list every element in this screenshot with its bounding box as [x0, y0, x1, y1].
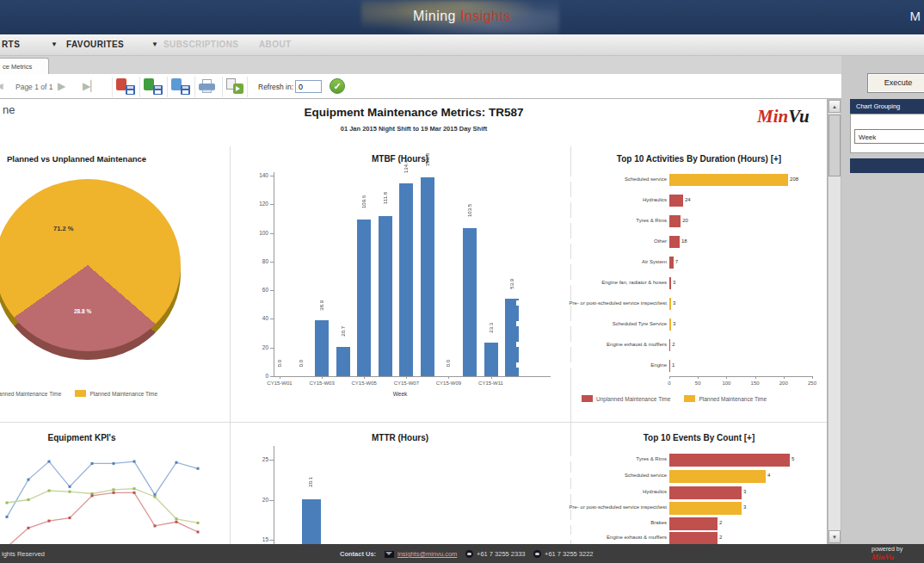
right-panel: Execute Chart Grouping Week — [841, 56, 924, 544]
mttr-y-tick-label: 25 — [248, 456, 268, 462]
kpi-line — [7, 461, 198, 517]
right-panel-section-header-2 — [850, 158, 924, 173]
activities-row-label: Other — [516, 238, 667, 244]
activities-legend: Unplanned Maintenance TimePlanned Mainte… — [582, 395, 780, 402]
export-pdf-button[interactable] — [112, 77, 138, 97]
mtbf-y-tick — [270, 233, 274, 234]
mtbf-x-tick-label: CY15-W01 — [261, 380, 299, 386]
chart-grouping-header: Chart Grouping — [850, 99, 924, 114]
pie-chart-title: Planned vs Unplanned Maintenance — [3, 154, 151, 164]
kpi-marker — [69, 486, 71, 488]
report-scrollbar[interactable]: ▲ ▼ — [828, 99, 841, 544]
mtbf-y-tick — [270, 376, 274, 377]
chevron-down-icon[interactable]: ▼ — [151, 40, 158, 48]
mtbf-y-tick-label: 140 — [248, 172, 268, 178]
menu-item-favourites[interactable]: FAVOURITES — [66, 40, 124, 49]
kpi-marker — [133, 492, 136, 494]
powered-by-brand: MinVu — [872, 553, 894, 561]
grid-divider — [0, 422, 828, 423]
kpi-marker — [28, 527, 30, 529]
mtbf-bar — [336, 347, 350, 376]
activities-x-tick-label: 0 — [662, 380, 677, 386]
export-excel-icon — [144, 78, 163, 95]
export-csv-button[interactable] — [167, 77, 193, 97]
export-excel-button[interactable] — [139, 77, 165, 97]
scroll-up-icon[interactable]: ▲ — [829, 100, 841, 113]
mtbf-x-axis-title: Week — [230, 391, 570, 397]
mtbf-bar — [399, 183, 413, 376]
mtbf-y-tick-label: 40 — [248, 315, 268, 321]
mtbf-bar — [357, 220, 371, 376]
next-page-button[interactable]: ▶ — [58, 80, 65, 92]
mtbf-bar — [484, 343, 498, 376]
activities-row-label: Air System — [516, 259, 667, 264]
events-row-label: Hydraulics — [516, 489, 667, 494]
export-image-icon — [226, 78, 243, 94]
legend-label: Planned Maintenance Time — [89, 391, 157, 397]
export-image-button[interactable] — [222, 77, 248, 97]
mtbf-bar — [463, 228, 477, 376]
activities-bar-value: 3 — [673, 280, 675, 285]
mtbf-bar — [379, 216, 392, 376]
activities-bar — [669, 257, 674, 269]
scrollbar-thumb[interactable] — [829, 114, 841, 176]
last-page-button[interactable]: ▶▏ — [83, 80, 98, 92]
print-button[interactable] — [194, 77, 220, 97]
minvu-logo-min: Min — [757, 106, 788, 127]
phone-icon — [465, 550, 473, 558]
activities-row-label: Engine — [516, 362, 667, 368]
mtbf-y-tick — [270, 262, 274, 263]
app-header: Mining Insights M — [0, 0, 924, 34]
activities-bar-value: 7 — [675, 259, 678, 264]
activities-bar — [669, 360, 670, 372]
contact-email-link[interactable]: insights@minvu.com — [397, 550, 457, 558]
mtbf-bar-value: 103.5 — [466, 204, 473, 217]
kpi-marker — [176, 521, 178, 523]
legend-swatch — [684, 395, 695, 402]
events-row-label: Engine exhaust & mufflers — [516, 535, 667, 540]
pie-slice-label: 71.2 % — [53, 225, 73, 232]
rights-reserved-text: ights Reserved — [2, 550, 45, 558]
mtbf-bar-value: 134.4 — [403, 160, 410, 173]
tab-strip: ce Metrics — [0, 56, 924, 74]
pie-slice-label: 28.8 % — [74, 308, 91, 314]
kpi-chart-title: Equipment KPI's — [0, 433, 163, 442]
events-bar-value: 5 — [792, 456, 794, 461]
events-bar — [669, 486, 742, 499]
kpi-marker — [133, 487, 136, 490]
kpi-marker — [133, 461, 136, 463]
grouping-select[interactable]: Week — [854, 129, 924, 144]
mtbf-x-tick — [364, 376, 365, 379]
execute-button[interactable]: Execute — [867, 73, 924, 93]
mttr-y-tick — [269, 500, 274, 501]
mtbf-bar-value: 53.9 — [508, 279, 515, 289]
mtbf-x-axis — [274, 376, 551, 377]
mtbf-y-tick-label: 0 — [248, 373, 268, 379]
activities-bar-value: 24 — [685, 197, 691, 202]
mtbf-bar-value: 138.8 — [424, 153, 431, 166]
apply-refresh-button[interactable]: ✓ — [330, 78, 345, 94]
events-bar-value: 3 — [743, 489, 746, 494]
mtbf-y-axis — [274, 172, 274, 376]
scroll-down-icon[interactable]: ▼ — [829, 530, 841, 543]
activities-x-tick — [698, 376, 699, 379]
tab-maintenance-metrics[interactable]: ce Metrics — [0, 58, 49, 74]
first-page-button[interactable]: ◄ — [0, 80, 5, 92]
mtbf-bar — [421, 177, 434, 376]
chevron-down-icon[interactable]: ▼ — [51, 40, 58, 48]
legend-swatch — [75, 390, 86, 397]
mtbf-x-tick-label: CY15-W03 — [303, 380, 341, 386]
menu-item-reports[interactable]: RTS — [2, 40, 20, 49]
mtbf-bar — [315, 320, 329, 376]
activities-x-tick-label: 250 — [804, 380, 820, 386]
kpi-marker — [197, 467, 200, 470]
events-bar — [669, 454, 790, 467]
kpi-marker — [28, 479, 30, 481]
activities-bar — [669, 298, 671, 310]
legend-swatch — [582, 395, 593, 402]
events-row-label: Pre- or post-scheduled service inspect/t… — [516, 504, 667, 510]
activities-bar — [669, 236, 680, 248]
refresh-interval-input[interactable] — [295, 80, 322, 93]
kpi-marker — [154, 496, 157, 498]
mtbf-x-tick — [406, 376, 407, 379]
